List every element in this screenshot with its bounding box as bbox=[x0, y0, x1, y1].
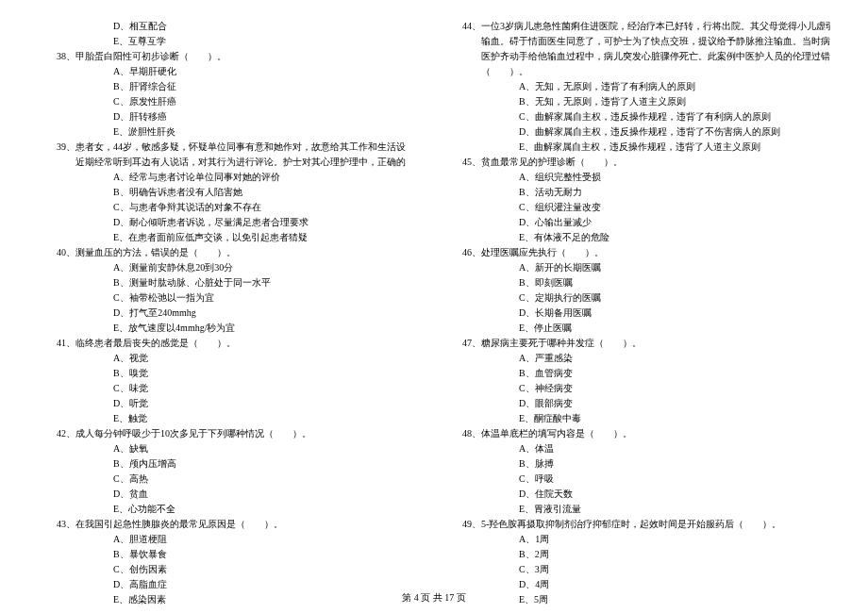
option: E、曲解家属自主权，违反操作规程，违背了人道主义原则 bbox=[462, 140, 830, 155]
option: D、心输出量减少 bbox=[462, 215, 830, 230]
option: A、体温 bbox=[462, 441, 830, 456]
option: E、停止医嘱 bbox=[462, 321, 830, 336]
option: B、2周 bbox=[462, 547, 830, 562]
option: A、视觉 bbox=[38, 351, 406, 366]
option: E、互尊互学 bbox=[38, 34, 406, 49]
page-columns: D、相互配合E、互尊互学38、甲胎蛋白阳性可初步诊断（ ）。A、早期肝硬化B、肝… bbox=[38, 19, 830, 566]
option: E、淤胆性肝炎 bbox=[38, 124, 406, 140]
question: 43、在我国引起急性胰腺炎的最常见原因是（ ）。 bbox=[38, 517, 406, 532]
option: B、肝肾综合征 bbox=[38, 79, 406, 94]
option: D、贫血 bbox=[38, 487, 406, 502]
option: C、组织灌注量改变 bbox=[462, 200, 830, 215]
question-cont: 近期经常听到耳边有人说话，对其行为进行评论。护士对其心理护理中，正确的是（ ）。 bbox=[38, 155, 406, 170]
question: 39、患者女，44岁，敏感多疑，怀疑单位同事有意和她作对，故意给其工作和生活设置… bbox=[38, 140, 406, 155]
option: C、原发性肝癌 bbox=[38, 94, 406, 109]
option: E、胃液引流量 bbox=[462, 502, 830, 517]
option: B、活动无耐力 bbox=[462, 185, 830, 200]
option: E、放气速度以4mmhg/秒为宜 bbox=[38, 321, 406, 336]
question-cont: 医护齐动手给他输血过程中，病儿突发心脏骤停死亡。此案例中医护人员的伦理过错是 bbox=[462, 49, 830, 64]
option: C、神经病变 bbox=[462, 381, 830, 396]
option: C、呼吸 bbox=[462, 472, 830, 487]
question: 41、临终患者最后丧失的感觉是（ ）。 bbox=[38, 336, 406, 351]
option: A、新开的长期医嘱 bbox=[462, 260, 830, 275]
option: C、定期执行的医嘱 bbox=[462, 290, 830, 306]
question: 42、成人每分钟呼吸少于10次多见于下列哪种情况（ ）。 bbox=[38, 426, 406, 441]
option: A、组织完整性受损 bbox=[462, 170, 830, 185]
option: E、酮症酸中毒 bbox=[462, 411, 830, 426]
option: A、经常与患者讨论单位同事对她的评价 bbox=[38, 170, 406, 185]
option: A、早期肝硬化 bbox=[38, 64, 406, 79]
question: 38、甲胎蛋白阳性可初步诊断（ ）。 bbox=[38, 49, 406, 64]
question-cont: （ ）。 bbox=[462, 64, 830, 79]
option: C、味觉 bbox=[38, 381, 406, 396]
option: D、住院天数 bbox=[462, 487, 830, 502]
question-cont: 输血。碍于情面医生同意了，可护士为了快点交班，提议给予静脉推注输血。当时病儿哭闹… bbox=[462, 34, 830, 49]
option: C、创伤因素 bbox=[38, 562, 406, 577]
option: A、缺氧 bbox=[38, 441, 406, 456]
option: D、眼部病变 bbox=[462, 396, 830, 411]
option: C、3周 bbox=[462, 562, 830, 577]
option: A、无知，无原则，违背了有利病人的原则 bbox=[462, 79, 830, 94]
option: B、暴饮暴食 bbox=[38, 547, 406, 562]
option: B、嗅觉 bbox=[38, 366, 406, 381]
option: C、高热 bbox=[38, 472, 406, 487]
page-number: 第 4 页 共 17 页 bbox=[0, 590, 868, 605]
option: D、肝转移癌 bbox=[38, 109, 406, 124]
option: C、曲解家属自主权，违反操作规程，违背了有利病人的原则 bbox=[462, 109, 830, 124]
question: 48、体温单底栏的填写内容是（ ）。 bbox=[462, 426, 830, 441]
option: D、打气至240mmhg bbox=[38, 306, 406, 321]
option: A、严重感染 bbox=[462, 351, 830, 366]
option: D、听觉 bbox=[38, 396, 406, 411]
option: C、与患者争辩其说话的对象不存在 bbox=[38, 200, 406, 215]
option: B、即刻医嘱 bbox=[462, 275, 830, 290]
option: C、袖带松弛以一指为宜 bbox=[38, 290, 406, 306]
question: 49、5-羟色胺再摄取抑制剂治疗抑郁症时，起效时间是开始服药后（ ）。 bbox=[462, 517, 830, 532]
option: B、明确告诉患者没有人陷害她 bbox=[38, 185, 406, 200]
option: E、有体液不足的危险 bbox=[462, 230, 830, 245]
option: B、无知，无原则，违背了人道主义原则 bbox=[462, 94, 830, 109]
option: D、耐心倾听患者诉说，尽量满足患者合理要求 bbox=[38, 215, 406, 230]
option: B、脉搏 bbox=[462, 456, 830, 472]
option: E、触觉 bbox=[38, 411, 406, 426]
option: A、胆道梗阻 bbox=[38, 532, 406, 547]
question: 44、一位3岁病儿患急性菌痢住进医院，经治疗本已好转，行将出院。其父母觉得小儿虚… bbox=[462, 19, 830, 34]
option: A、1周 bbox=[462, 532, 830, 547]
option: A、测量前安静休息20到30分 bbox=[38, 260, 406, 275]
option: D、长期备用医嘱 bbox=[462, 306, 830, 321]
option: E、在患者面前应低声交谈，以免引起患者猜疑 bbox=[38, 230, 406, 245]
question: 47、糖尿病主要死于哪种并发症（ ）。 bbox=[462, 336, 830, 351]
question: 46、处理医嘱应先执行（ ）。 bbox=[462, 245, 830, 260]
left-column: D、相互配合E、互尊互学38、甲胎蛋白阳性可初步诊断（ ）。A、早期肝硬化B、肝… bbox=[38, 19, 406, 566]
right-column: 44、一位3岁病儿患急性菌痢住进医院，经治疗本已好转，行将出院。其父母觉得小儿虚… bbox=[462, 19, 830, 566]
option: B、测量时肱动脉、心脏处于同一水平 bbox=[38, 275, 406, 290]
option: D、曲解家属自主权，违反操作规程，违背了不伤害病人的原则 bbox=[462, 124, 830, 140]
question: 45、贫血最常见的护理诊断（ ）。 bbox=[462, 155, 830, 170]
option: B、血管病变 bbox=[462, 366, 830, 381]
question: 40、测量血压的方法，错误的是（ ）。 bbox=[38, 245, 406, 260]
option: D、相互配合 bbox=[38, 19, 406, 34]
option: B、颅内压增高 bbox=[38, 456, 406, 472]
option: E、心功能不全 bbox=[38, 502, 406, 517]
